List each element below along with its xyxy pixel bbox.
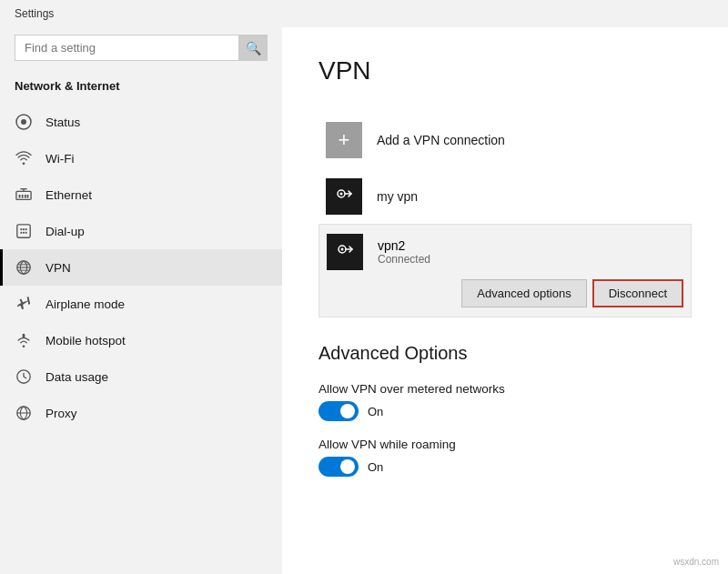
svg-point-1 — [21, 119, 26, 125]
sidebar-item-dialup[interactable]: Dial-up — [0, 213, 282, 249]
svg-rect-2 — [16, 191, 31, 199]
svg-point-11 — [20, 232, 22, 234]
toggle-metered-onlabel: On — [368, 405, 383, 418]
vpn2-status: Connected — [378, 253, 430, 266]
dialup-icon — [15, 222, 33, 240]
add-vpn-label: Add a VPN connection — [377, 133, 505, 147]
ethernet-icon — [15, 186, 33, 204]
vpn-item-vpn2-icon — [327, 234, 363, 270]
vpn-item-vpn2-connected: vpn2 Connected Advanced options Disconne… — [318, 224, 692, 317]
sidebar-label-status: Status — [46, 116, 80, 129]
vpn2-info: vpn2 Connected — [378, 238, 430, 266]
sidebar-item-proxy[interactable]: Proxy — [0, 395, 282, 431]
sidebar-label-wifi: Wi-Fi — [46, 152, 74, 166]
svg-rect-5 — [25, 195, 26, 198]
datausage-icon — [15, 368, 33, 386]
title-bar: Settings — [0, 0, 728, 27]
sidebar-label-datausage: Data usage — [46, 370, 108, 384]
watermark: wsxdn.com — [673, 557, 719, 567]
toggle-metered-track[interactable] — [318, 401, 359, 421]
toggle-metered-thumb — [340, 404, 355, 418]
hotspot-icon — [15, 331, 33, 349]
sidebar-item-datausage[interactable]: Data usage — [0, 358, 282, 395]
sidebar-item-hotspot[interactable]: Mobile hotspot — [0, 322, 282, 358]
option-metered-toggle-row: On — [318, 401, 692, 421]
vpn2-name: vpn2 — [378, 238, 430, 253]
page-title: VPN — [318, 56, 692, 86]
toggle-roaming-onlabel: On — [368, 460, 383, 474]
sidebar-section-title: Network & Internet — [0, 76, 282, 104]
svg-rect-4 — [22, 195, 24, 198]
add-vpn-icon: + — [326, 122, 362, 158]
svg-rect-15 — [23, 334, 25, 338]
disconnect-button[interactable]: Disconnect — [592, 279, 683, 307]
svg-point-13 — [25, 232, 27, 234]
content-area: VPN + Add a VPN connection my vpn — [282, 27, 728, 574]
svg-point-21 — [341, 248, 344, 251]
vpn-myvpn-name: my vpn — [377, 189, 418, 204]
advanced-options-section: Advanced Options Allow VPN over metered … — [318, 343, 692, 477]
advanced-options-button[interactable]: Advanced options — [461, 279, 586, 307]
app-title: Settings — [15, 7, 54, 20]
sidebar-label-hotspot: Mobile hotspot — [46, 334, 126, 347]
option-metered: Allow VPN over metered networks On — [318, 382, 692, 421]
search-input[interactable] — [15, 35, 268, 61]
svg-point-12 — [23, 232, 25, 234]
sidebar-label-airplane: Airplane mode — [46, 297, 125, 311]
vpn-list: + Add a VPN connection my vpn — [318, 111, 692, 317]
option-metered-label: Allow VPN over metered networks — [318, 382, 692, 396]
option-roaming: Allow VPN while roaming On — [318, 438, 692, 477]
toggle-roaming-track[interactable] — [318, 457, 359, 477]
sidebar-item-wifi[interactable]: Wi-Fi — [0, 140, 282, 176]
svg-point-19 — [340, 193, 343, 196]
svg-point-10 — [25, 228, 27, 230]
proxy-icon — [15, 404, 33, 422]
vpn-item-myvpn[interactable]: my vpn — [318, 169, 692, 224]
toggle-metered[interactable] — [318, 401, 359, 421]
search-button[interactable]: 🔍 — [238, 35, 268, 61]
svg-point-8 — [20, 228, 22, 230]
sidebar: 🔍 Network & Internet Status — [0, 27, 282, 574]
toggle-roaming-thumb — [340, 459, 355, 474]
vpn-icon — [15, 258, 33, 277]
vpn2-top-row: vpn2 Connected — [327, 234, 683, 270]
search-icon: 🔍 — [246, 41, 261, 55]
svg-rect-3 — [19, 195, 21, 198]
toggle-roaming[interactable] — [318, 457, 359, 477]
advanced-options-title: Advanced Options — [318, 343, 692, 364]
svg-rect-7 — [17, 225, 30, 237]
svg-point-9 — [23, 228, 25, 230]
wifi-icon — [15, 149, 33, 167]
sidebar-label-ethernet: Ethernet — [46, 188, 92, 202]
svg-rect-6 — [27, 195, 29, 198]
option-roaming-toggle-row: On — [318, 457, 692, 477]
sidebar-label-proxy: Proxy — [46, 407, 77, 420]
sidebar-label-dialup: Dial-up — [46, 225, 85, 238]
sidebar-label-vpn: VPN — [46, 261, 71, 275]
sidebar-item-airplane[interactable]: Airplane mode — [0, 286, 282, 322]
add-vpn-button[interactable]: + Add a VPN connection — [318, 111, 692, 169]
search-box: 🔍 — [15, 35, 268, 61]
sidebar-item-vpn[interactable]: VPN — [0, 249, 282, 286]
option-roaming-label: Allow VPN while roaming — [318, 438, 692, 451]
status-icon — [15, 113, 33, 131]
airplane-icon — [15, 295, 33, 313]
sidebar-item-ethernet[interactable]: Ethernet — [0, 176, 282, 213]
vpn2-actions: Advanced options Disconnect — [327, 279, 683, 307]
sidebar-item-status[interactable]: Status — [0, 104, 282, 140]
vpn-item-myvpn-icon — [326, 178, 362, 215]
